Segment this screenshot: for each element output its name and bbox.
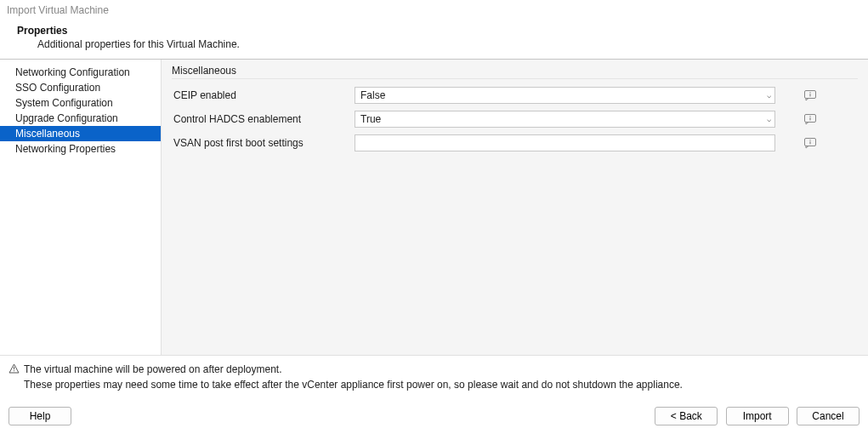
label-ceip-enabled: CEIP enabled bbox=[172, 89, 355, 101]
svg-rect-10 bbox=[14, 370, 14, 371]
svg-point-4 bbox=[809, 116, 810, 117]
label-vsan-post-first-boot: VSAN post first boot settings bbox=[172, 137, 355, 149]
footer-notes: The virtual machine will be powered on a… bbox=[0, 355, 868, 402]
tooltip-icon[interactable] bbox=[803, 89, 818, 102]
svg-rect-2 bbox=[809, 94, 810, 96]
svg-rect-9 bbox=[14, 367, 14, 369]
select-value: True bbox=[360, 113, 381, 125]
page-subtitle: Additional properties for this Virtual M… bbox=[17, 38, 851, 50]
sidebar-item-miscellaneous[interactable]: Miscellaneous bbox=[0, 126, 161, 141]
row-ceip-enabled: CEIP enabled False ⌵ bbox=[172, 86, 858, 105]
svg-rect-5 bbox=[809, 117, 810, 120]
svg-point-1 bbox=[809, 92, 810, 93]
sidebar: Networking Configuration SSO Configurati… bbox=[0, 60, 162, 355]
window-title: Import Virtual Machine bbox=[0, 0, 868, 20]
note-line-2: These properties may need some time to t… bbox=[24, 378, 683, 391]
row-vsan-post-first-boot: VSAN post first boot settings bbox=[172, 134, 858, 152]
sidebar-item-networking-configuration[interactable]: Networking Configuration bbox=[0, 65, 161, 80]
svg-point-7 bbox=[809, 140, 810, 140]
warning-icon bbox=[7, 363, 20, 374]
select-ceip-enabled[interactable]: False ⌵ bbox=[355, 87, 775, 104]
select-value: False bbox=[360, 89, 385, 101]
cancel-button[interactable]: Cancel bbox=[797, 407, 859, 425]
page-title: Properties bbox=[17, 25, 851, 37]
button-bar: Help < Back Import Cancel bbox=[0, 402, 868, 434]
row-control-hadcs: Control HADCS enablement True ⌵ bbox=[172, 110, 858, 128]
sidebar-item-networking-properties[interactable]: Networking Properties bbox=[0, 141, 161, 157]
group-label: Miscellaneous bbox=[172, 65, 858, 79]
help-button[interactable]: Help bbox=[9, 407, 71, 425]
header: Properties Additional properties for thi… bbox=[0, 20, 868, 60]
select-control-hadcs[interactable]: True ⌵ bbox=[355, 111, 775, 128]
body: Networking Configuration SSO Configurati… bbox=[0, 60, 868, 355]
note-line-1: The virtual machine will be powered on a… bbox=[24, 363, 282, 376]
back-button[interactable]: < Back bbox=[655, 407, 718, 425]
sidebar-item-upgrade-configuration[interactable]: Upgrade Configuration bbox=[0, 111, 161, 126]
import-button[interactable]: Import bbox=[726, 407, 789, 425]
label-control-hadcs: Control HADCS enablement bbox=[172, 113, 355, 125]
input-vsan-post-first-boot[interactable] bbox=[355, 134, 775, 151]
sidebar-item-system-configuration[interactable]: System Configuration bbox=[0, 95, 161, 111]
properties-panel: Miscellaneous CEIP enabled False ⌵ Contr… bbox=[162, 60, 868, 355]
chevron-down-icon: ⌵ bbox=[767, 115, 771, 123]
chevron-down-icon: ⌵ bbox=[767, 91, 771, 100]
sidebar-item-sso-configuration[interactable]: SSO Configuration bbox=[0, 80, 161, 95]
svg-rect-8 bbox=[809, 141, 810, 144]
tooltip-icon[interactable] bbox=[803, 136, 818, 150]
tooltip-icon[interactable] bbox=[803, 112, 818, 126]
